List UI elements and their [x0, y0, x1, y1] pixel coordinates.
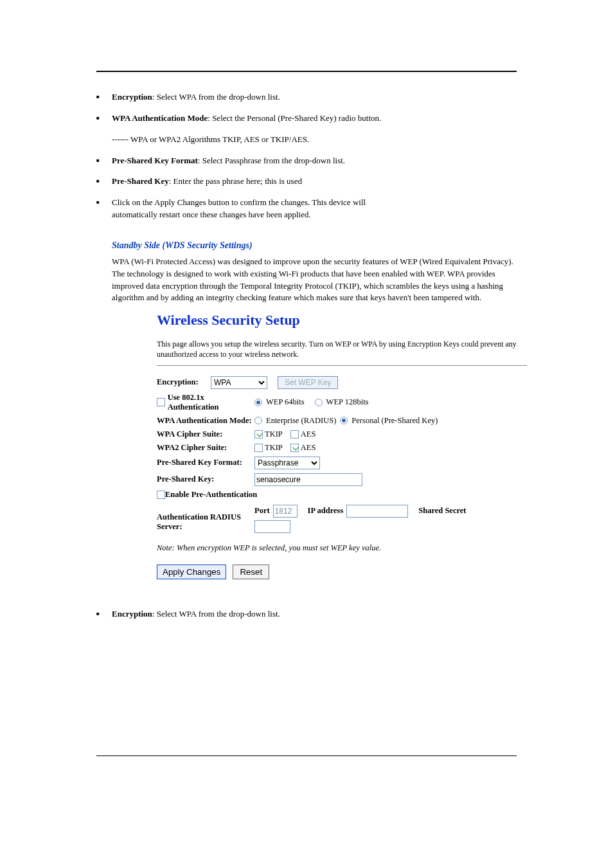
- reset-button[interactable]: Reset: [233, 565, 269, 579]
- label-secret: Shared Secret: [418, 506, 466, 516]
- port-input[interactable]: [273, 505, 298, 518]
- label-psk-format: Pre-Shared Key Format:: [157, 458, 254, 467]
- checkbox-wpa2-aes[interactable]: [290, 444, 299, 452]
- standby-intro: WPA (Wi-Fi Protected Access) was designe…: [112, 256, 517, 304]
- bottom-rule: [96, 755, 517, 756]
- psk-format-select[interactable]: Passphrase: [254, 457, 320, 469]
- bullet-wpa-continuation: ------ WPA or WPA2 Algorithms TKIP, AES …: [112, 134, 517, 146]
- radio-personal[interactable]: [340, 417, 348, 424]
- bullet-wpa-auth-mode: ■ WPA Authentication Mode: Select the Pe…: [96, 113, 517, 125]
- label-tkip2: TKIP: [265, 443, 283, 453]
- row-wpa-authmode: WPA Authentication Mode: Enterprise (RAD…: [157, 416, 527, 426]
- bullet-text: : Select WPA from the drop-down list.: [152, 609, 280, 619]
- bullet-encryption-bottom: ■ Encryption: Select WPA from the drop-d…: [96, 608, 517, 620]
- label-wep64: WEP 64bits: [266, 397, 305, 407]
- bullet-mark: ■: [96, 176, 112, 188]
- bullet-psk-format: ■ Pre-Shared Key Format: Select Passphra…: [96, 155, 517, 167]
- checkbox-wpa-aes[interactable]: [290, 430, 299, 439]
- wireless-security-setup-screenshot: Wireless Security Setup This page allows…: [157, 312, 527, 579]
- checkbox-wpa2-tkip[interactable]: [254, 444, 263, 452]
- bullet-encryption: ■ Encryption: Select WPA from the drop-d…: [96, 91, 517, 104]
- bullet-text-line1: Click on the Apply Changes button to con…: [112, 197, 366, 207]
- label-port: Port: [254, 506, 270, 516]
- bullet-mark: ■: [96, 113, 112, 125]
- label-8021x: Use 802.1x Authentication: [168, 393, 254, 412]
- bullet-label: Encryption: [112, 92, 152, 102]
- radio-wep64[interactable]: [254, 399, 262, 406]
- label-enterprise: Enterprise (RADIUS): [266, 416, 336, 426]
- bullet-label: Pre-Shared Key: [112, 176, 169, 186]
- row-wpa-cipher: WPA Cipher Suite: TKIP AES: [157, 429, 527, 439]
- label-psk: Pre-Shared Key:: [157, 475, 254, 484]
- label-radius: Authentication RADIUS Server:: [157, 505, 254, 532]
- bullet-text: : Select the Personal (Pre-Shared Key) r…: [208, 113, 381, 123]
- row-wpa2-cipher: WPA2 Cipher Suite: TKIP AES: [157, 443, 527, 453]
- checkbox-8021x[interactable]: [157, 398, 165, 406]
- label-wpa-authmode: WPA Authentication Mode:: [157, 416, 254, 426]
- shot-divider: [157, 365, 527, 366]
- label-aes2: AES: [301, 443, 316, 453]
- apply-changes-button[interactable]: Apply Changes: [157, 565, 226, 579]
- checkbox-preauth[interactable]: [157, 491, 165, 499]
- bullet-mark: ■: [96, 608, 112, 620]
- bullet-text: : Enter the pass phrase here; this is us…: [169, 176, 302, 186]
- bullet-text-line2: automatically restart once these changes…: [112, 210, 311, 219]
- set-wep-key-button[interactable]: Set WEP Key: [278, 376, 338, 389]
- bullet-apply: ■ Click on the Apply Changes button to c…: [96, 197, 517, 221]
- bullet-mark: ■: [96, 197, 112, 221]
- label-wep128: WEP 128bits: [326, 397, 369, 407]
- psk-input[interactable]: [254, 473, 362, 486]
- encryption-select[interactable]: WPA: [211, 376, 267, 389]
- label-preauth: Enable Pre-Authentication: [165, 490, 263, 500]
- top-rule: [96, 71, 517, 72]
- bullet-label: WPA Authentication Mode: [112, 113, 208, 123]
- label-tkip: TKIP: [265, 429, 283, 439]
- secret-input[interactable]: [254, 520, 290, 533]
- radio-wep128[interactable]: [315, 399, 323, 406]
- standby-heading: Standby Side (WDS Security Settings): [112, 240, 517, 251]
- bullet-text: : Select Passphrase from the drop-down l…: [198, 156, 345, 165]
- note-text: Note: When encryption WEP is selected, y…: [157, 543, 527, 553]
- shot-description: This page allows you setup the wireless …: [157, 339, 527, 359]
- shot-title: Wireless Security Setup: [157, 312, 527, 329]
- label-ip: IP address: [308, 506, 344, 516]
- radio-enterprise[interactable]: [254, 417, 262, 424]
- bullet-text: : Select WPA from the drop-down list.: [152, 92, 280, 102]
- label-wpa2-cipher: WPA2 Cipher Suite:: [157, 443, 254, 453]
- label-wpa-cipher: WPA Cipher Suite:: [157, 429, 254, 439]
- bullet-mark: ■: [96, 91, 112, 104]
- row-preauth: Enable Pre-Authentication: [157, 490, 527, 500]
- row-psk-format: Pre-Shared Key Format: Passphrase: [157, 457, 527, 469]
- bullet-mark: ■: [96, 155, 112, 167]
- row-encryption: Encryption: WPA Set WEP Key: [157, 376, 527, 389]
- bullet-psk: ■ Pre-Shared Key: Enter the pass phrase …: [96, 176, 517, 188]
- label-personal: Personal (Pre-Shared Key): [351, 416, 438, 426]
- bullet-label: Encryption: [112, 609, 152, 619]
- row-8021x: Use 802.1x Authentication WEP 64bits WEP…: [157, 393, 527, 412]
- action-buttons: Apply Changes Reset: [157, 565, 527, 579]
- label-aes: AES: [301, 429, 316, 439]
- checkbox-wpa-tkip[interactable]: [254, 430, 263, 439]
- bullet-label: Pre-Shared Key Format: [112, 156, 198, 165]
- row-psk: Pre-Shared Key:: [157, 473, 527, 486]
- ip-input[interactable]: [346, 505, 408, 518]
- row-radius: Authentication RADIUS Server: Port IP ad…: [157, 505, 527, 533]
